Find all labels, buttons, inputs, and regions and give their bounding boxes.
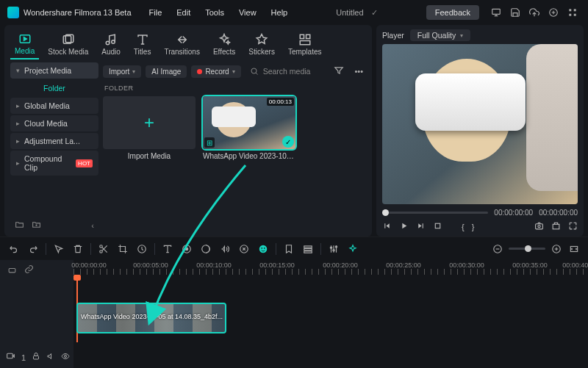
- menu-view[interactable]: View: [233, 5, 262, 20]
- menu-file[interactable]: File: [143, 5, 168, 20]
- tab-stock[interactable]: Stock Media: [43, 30, 93, 59]
- sidebar-item-label: Adjustment La...: [24, 137, 80, 145]
- tab-audio-label: Audio: [101, 48, 121, 56]
- prev-frame-icon[interactable]: [382, 221, 392, 232]
- tab-transitions[interactable]: Transitions: [159, 30, 204, 59]
- svg-rect-31: [304, 250, 312, 252]
- detach-audio-icon[interactable]: [237, 242, 251, 256]
- marker-icon[interactable]: [282, 242, 295, 256]
- app-logo: [7, 7, 19, 18]
- ruler-label: 00:00:40:00: [562, 261, 588, 269]
- zoom-out-icon[interactable]: [491, 242, 504, 256]
- clip-label: WhatsApp Video 2023-10-05 at 14.08.35_4b…: [81, 313, 223, 320]
- split-icon[interactable]: [97, 242, 110, 256]
- stop-icon[interactable]: [433, 221, 442, 232]
- svg-point-14: [251, 68, 257, 73]
- tab-templates[interactable]: Templates: [284, 30, 326, 59]
- record-label: Record: [205, 68, 229, 76]
- sidebar-folder[interactable]: Folder: [10, 80, 98, 96]
- tab-effects[interactable]: Effects: [209, 30, 240, 59]
- feedback-button[interactable]: Feedback: [426, 5, 479, 20]
- svg-point-10: [112, 40, 115, 44]
- mark-out-icon[interactable]: }: [472, 223, 475, 231]
- tab-titles[interactable]: Titles: [129, 30, 156, 59]
- lock-tracks-icon[interactable]: [7, 264, 17, 275]
- preview-frame: [382, 44, 578, 204]
- volume-icon[interactable]: [551, 221, 561, 232]
- sidebar-project-media[interactable]: ▾ Project Media: [10, 62, 98, 79]
- apps-icon[interactable]: [566, 6, 579, 19]
- crop-icon[interactable]: [116, 242, 129, 256]
- cloud-upload-icon[interactable]: [528, 6, 541, 19]
- document-title: Untitled: [336, 8, 363, 17]
- menu-tools[interactable]: Tools: [199, 5, 230, 20]
- sidebar-cloud-media[interactable]: ▸ Cloud Media: [10, 115, 98, 131]
- speed-icon[interactable]: [135, 242, 148, 256]
- scrub-bar[interactable]: [382, 212, 488, 214]
- tab-audio[interactable]: Audio: [97, 30, 125, 59]
- track-manager-icon[interactable]: [301, 242, 315, 256]
- text-icon[interactable]: [161, 242, 174, 256]
- chevron-right-icon: ▸: [16, 120, 20, 127]
- next-frame-icon[interactable]: [416, 221, 426, 232]
- ai-image-button[interactable]: AI Image: [146, 65, 187, 78]
- add-clip-icon[interactable]: ⊞: [204, 137, 215, 148]
- quality-dropdown[interactable]: Full Quality ▾: [410, 29, 471, 41]
- mark-in-icon[interactable]: {: [462, 223, 465, 231]
- play-icon[interactable]: [399, 221, 409, 232]
- color-icon[interactable]: [199, 242, 212, 256]
- quality-label: Full Quality: [417, 31, 456, 40]
- search-placeholder: Search media: [263, 67, 311, 76]
- filter-icon[interactable]: [331, 64, 347, 79]
- svg-point-9: [106, 41, 110, 45]
- timeline-ruler[interactable]: 00:00:00:00 00:00:05:00 00:00:10:00 00:0…: [74, 260, 588, 275]
- timeline-clip[interactable]: WhatsApp Video 2023-10-05 at 14.08.35_4b…: [76, 303, 226, 333]
- tab-stickers[interactable]: Stickers: [244, 30, 279, 59]
- keyframe-icon[interactable]: [180, 242, 193, 256]
- zoom-fit-icon[interactable]: [567, 242, 581, 256]
- redo-icon[interactable]: [26, 242, 40, 256]
- export-icon[interactable]: [547, 6, 560, 19]
- import-media-tile[interactable]: + Import Media: [103, 96, 196, 160]
- new-folder-icon[interactable]: [15, 220, 24, 231]
- svg-rect-4: [569, 14, 571, 16]
- record-button[interactable]: Record ▾: [191, 65, 240, 78]
- ai-tools-icon[interactable]: [257, 242, 270, 256]
- import-button[interactable]: Import ▾: [103, 65, 141, 78]
- svg-rect-5: [574, 14, 576, 16]
- zoom-slider[interactable]: [509, 248, 545, 250]
- more-icon[interactable]: •••: [351, 65, 366, 77]
- audio-tools-icon[interactable]: [218, 242, 232, 256]
- ruler-label: 00:00:15:00: [259, 261, 295, 269]
- menu-help[interactable]: Help: [265, 5, 294, 20]
- sidebar-adjustment-layer[interactable]: ▸ Adjustment La...: [10, 133, 98, 149]
- delete-icon[interactable]: [71, 242, 85, 256]
- collapse-sidebar-icon[interactable]: ‹: [91, 221, 94, 230]
- tab-media[interactable]: Media: [10, 29, 39, 59]
- snapshot-icon[interactable]: [534, 221, 544, 232]
- menu-edit[interactable]: Edit: [171, 5, 196, 20]
- track-visibility-icon[interactable]: [61, 352, 70, 362]
- search-input[interactable]: Search media: [245, 65, 327, 78]
- render-icon[interactable]: [346, 242, 359, 256]
- fullscreen-icon[interactable]: [568, 221, 578, 232]
- svg-point-26: [259, 245, 268, 253]
- svg-point-23: [185, 248, 188, 250]
- save-icon[interactable]: [509, 6, 522, 19]
- svg-point-17: [538, 225, 540, 227]
- zoom-in-icon[interactable]: [550, 242, 563, 256]
- ruler-label: 00:00:35:00: [512, 261, 548, 269]
- video-track-icon[interactable]: [6, 351, 15, 362]
- track-mute-icon[interactable]: [46, 352, 55, 362]
- media-clip-tile[interactable]: 00:00:13 ⊞ ✓ WhatsApp Video 2023-10-05..…: [203, 96, 295, 160]
- undo-icon[interactable]: [7, 242, 21, 256]
- app-title: Wondershare Filmora 13 Beta: [24, 8, 132, 17]
- pointer-icon[interactable]: [52, 242, 65, 256]
- mixer-icon[interactable]: [327, 242, 340, 256]
- link-tracks-icon[interactable]: [24, 264, 34, 275]
- new-folder-plus-icon[interactable]: [32, 220, 41, 231]
- monitor-icon[interactable]: [490, 6, 503, 19]
- sidebar-compound-clip[interactable]: ▸ Compound Clip HOT: [10, 151, 98, 176]
- sidebar-global-media[interactable]: ▸ Global Media: [10, 98, 98, 114]
- track-lock-icon[interactable]: [32, 352, 40, 362]
